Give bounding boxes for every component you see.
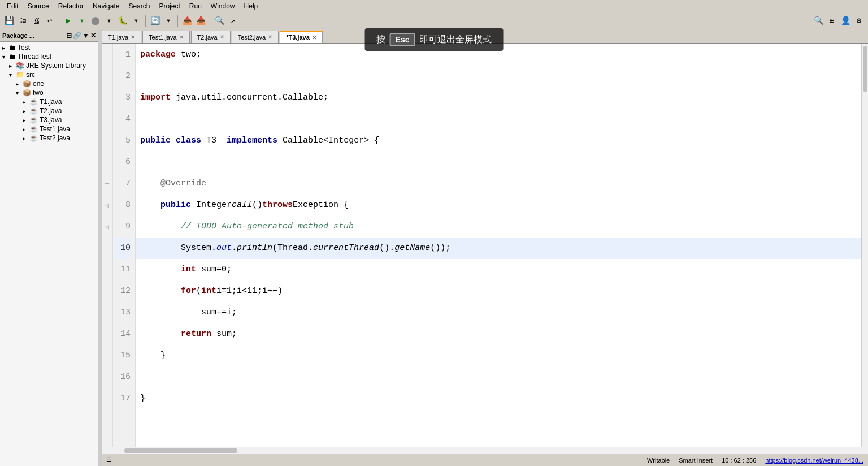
menu-refactor[interactable]: Refactor: [54, 1, 88, 11]
tree-expand-test1[interactable]: ▸: [23, 126, 29, 132]
code-line-17: }: [136, 388, 861, 409]
gutter-7: —: [102, 173, 112, 195]
tree-expand-threadtest[interactable]: ▾: [2, 54, 9, 60]
scrollbar-thumb[interactable]: [863, 46, 867, 92]
tab-test2java-label: Test2.java: [238, 34, 266, 41]
jre-label: JRE System Library: [26, 62, 86, 70]
menu-run[interactable]: Run: [185, 1, 206, 11]
tab-test2java[interactable]: Test2.java ✕: [232, 31, 279, 43]
toolbar-settings[interactable]: ⚙: [853, 15, 865, 27]
toolbar-sep2: [145, 15, 146, 27]
toolbar-search[interactable]: 🔍: [213, 15, 225, 27]
toolbar-search-right[interactable]: 🔍: [812, 15, 824, 27]
package-tree: ▸ 🖿 Test ▾ 🖿 ThreadTest ▸ 📚 JRE System L…: [0, 42, 98, 466]
tab-t2java-label: T2.java: [197, 34, 218, 41]
tree-expand-t2[interactable]: ▸: [23, 108, 29, 114]
toolbar-debug-dropdown[interactable]: ▾: [130, 15, 142, 27]
menu-source[interactable]: Source: [23, 1, 54, 11]
toolbar-debug[interactable]: 🐛: [116, 15, 129, 27]
tree-expand-test[interactable]: ▸: [2, 45, 9, 51]
esc-key-badge: Esc: [390, 33, 415, 46]
sidebar-item-t3java[interactable]: ▸ ☕ T3.java: [0, 115, 98, 124]
tree-expand-two[interactable]: ▾: [16, 90, 23, 96]
sidebar-item-test[interactable]: ▸ 🖿 Test: [0, 43, 98, 52]
toolbar-coverage[interactable]: ⬤: [89, 15, 102, 27]
status-bar: ☰ Writable Smart Insert 10 : 62 : 256 ht…: [102, 454, 868, 466]
sidebar-item-one[interactable]: ▸ 📦 one: [0, 79, 98, 88]
menu-window[interactable]: Window: [206, 1, 240, 11]
toolbar-import[interactable]: 📥: [194, 15, 207, 27]
tree-expand-one[interactable]: ▸: [16, 81, 23, 87]
menu-navigate[interactable]: Navigate: [88, 1, 124, 11]
code-line-16: [136, 366, 861, 388]
sidebar-header: Package ... ⊟ 🔗 ▼ ✕: [0, 29, 98, 42]
h-scrollbar[interactable]: [102, 447, 868, 454]
src-label: src: [26, 71, 35, 79]
toolbar-undo[interactable]: ↩: [44, 15, 56, 27]
toolbar-refresh[interactable]: 🔄: [149, 15, 161, 27]
tab-t1java[interactable]: T1.java ✕: [102, 31, 141, 43]
h-scrollbar-thumb[interactable]: [124, 448, 237, 453]
toolbar-print[interactable]: 🖨: [30, 15, 42, 27]
toolbar-run[interactable]: ▶: [62, 15, 75, 27]
tree-expand-src[interactable]: ▾: [9, 72, 16, 78]
toolbar-save[interactable]: 💾: [3, 15, 15, 27]
tree-expand-t3[interactable]: ▸: [23, 117, 29, 123]
tab-t1java-close[interactable]: ✕: [131, 34, 135, 40]
sidebar-item-t2java[interactable]: ▸ ☕ T2.java: [0, 106, 98, 115]
line-num-14: 14: [115, 323, 131, 345]
sidebar-header-icons: ⊟ 🔗 ▼ ✕: [66, 32, 96, 40]
code-line-11: int sum=0;: [136, 259, 861, 281]
editor-scrollbar[interactable]: [861, 44, 868, 447]
tab-t3java[interactable]: *T3.java ✕: [280, 31, 323, 43]
gutter-11: [102, 259, 112, 281]
sidebar-item-threadtest[interactable]: ▾ 🖿 ThreadTest: [0, 52, 98, 61]
status-url[interactable]: https://blog.csdn.net/weirun_4438...: [765, 457, 863, 464]
tab-t3java-close[interactable]: ✕: [312, 34, 316, 41]
test1java-icon: ☕: [29, 125, 38, 133]
sidebar-close-icon[interactable]: ✕: [90, 32, 96, 40]
code-line-13: sum+=i;: [136, 302, 861, 323]
toolbar-export[interactable]: 📤: [181, 15, 193, 27]
sidebar-item-jre[interactable]: ▸ 📚 JRE System Library: [0, 61, 98, 70]
toolbar-person[interactable]: 👤: [839, 15, 852, 27]
sidebar-item-test2java[interactable]: ▸ ☕ Test2.java: [0, 133, 98, 143]
toolbar-coverage-dropdown[interactable]: ▾: [103, 15, 115, 27]
sidebar-item-two[interactable]: ▾ 📦 two: [0, 88, 98, 97]
code-editor[interactable]: — ◁ ◁ 1 2 3 4 5 6 7 8: [102, 44, 868, 447]
gutter-16: [102, 366, 112, 388]
collapse-all-icon[interactable]: ⊟: [66, 32, 72, 40]
sidebar-item-t1java[interactable]: ▸ ☕ T1.java: [0, 97, 98, 106]
tab-test2java-close[interactable]: ✕: [268, 34, 272, 40]
tab-test1java-close[interactable]: ✕: [179, 34, 184, 40]
menu-search[interactable]: Search: [124, 1, 154, 11]
gutter-3: [102, 87, 112, 109]
menu-edit[interactable]: Edit: [2, 1, 23, 11]
editor-gutter: — ◁ ◁: [102, 44, 113, 447]
tab-t2java[interactable]: T2.java ✕: [191, 31, 231, 43]
menu-help[interactable]: Help: [240, 1, 263, 11]
toolbar-arrow[interactable]: ↗: [227, 15, 239, 27]
tab-test1java[interactable]: Test1.java ✕: [142, 31, 190, 43]
tab-t2java-close[interactable]: ✕: [220, 34, 224, 40]
tree-expand-test2[interactable]: ▸: [23, 135, 29, 141]
tree-expand-jre[interactable]: ▸: [9, 63, 16, 69]
one-icon: 📦: [23, 80, 31, 88]
menu-project[interactable]: Project: [154, 1, 184, 11]
status-position: 10 : 62 : 256: [722, 457, 756, 464]
status-menu-icon[interactable]: ☰: [106, 456, 112, 464]
gutter-8: ◁: [102, 195, 112, 216]
tree-expand-t1[interactable]: ▸: [23, 99, 29, 105]
notif-text-before: 按: [376, 34, 385, 46]
toolbar-layout[interactable]: ⊞: [826, 15, 838, 27]
link-editor-icon[interactable]: 🔗: [73, 32, 81, 40]
code-content[interactable]: package two; import java.util.concurrent…: [136, 44, 861, 447]
sidebar-menu-icon[interactable]: ▼: [83, 32, 89, 40]
toolbar-save-all[interactable]: 🗂: [16, 15, 29, 27]
toolbar-sep5: [242, 15, 242, 27]
sidebar-item-test1java[interactable]: ▸ ☕ Test1.java: [0, 124, 98, 133]
toolbar-run-dropdown[interactable]: ▾: [76, 15, 88, 27]
toolbar-refresh-dropdown[interactable]: ▾: [162, 15, 175, 27]
sidebar-item-src[interactable]: ▾ 📁 src: [0, 70, 98, 79]
test2java-label: Test2.java: [40, 134, 70, 142]
